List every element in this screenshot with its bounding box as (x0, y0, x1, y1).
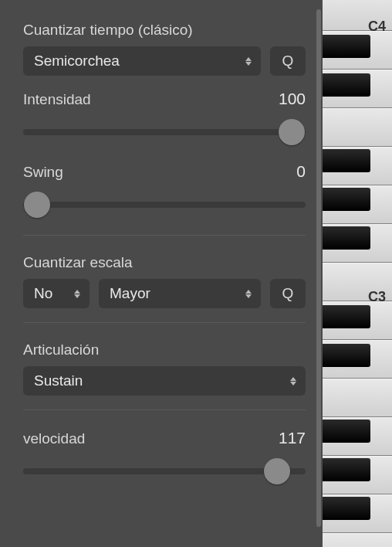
quantize-time-value: Semicorchea (34, 53, 120, 70)
black-key[interactable] (323, 149, 370, 172)
swing-slider[interactable] (23, 192, 306, 218)
swing-label: Swing (23, 164, 63, 181)
quantize-time-label: Cuantizar tiempo (clásico) (23, 22, 306, 39)
slider-track (23, 202, 306, 208)
piano-keyboard[interactable]: C4 C3 (323, 0, 392, 547)
intensity-label: Intensidad (23, 91, 91, 108)
quantize-scale-row: No Mayor Q (23, 279, 306, 308)
velocity-slider[interactable] (23, 458, 306, 484)
white-key[interactable] (323, 533, 392, 547)
velocity-label: velocidad (23, 430, 85, 447)
black-key[interactable] (323, 344, 370, 367)
intensity-slider[interactable] (23, 119, 306, 145)
velocity-value: 117 (279, 429, 306, 447)
articulation-value: Sustain (34, 372, 83, 389)
chevron-up-down-icon (74, 287, 82, 300)
black-key[interactable] (323, 35, 370, 58)
white-key[interactable] (323, 379, 392, 417)
black-key[interactable] (323, 420, 370, 443)
black-key[interactable] (323, 305, 370, 328)
quantize-scale-q-button[interactable]: Q (270, 279, 306, 308)
intensity-value: 100 (279, 90, 306, 108)
quantize-time-q-button[interactable]: Q (270, 46, 306, 76)
quantize-time-select[interactable]: Semicorchea (23, 46, 261, 76)
articulation-select[interactable]: Sustain (23, 366, 306, 396)
white-key[interactable] (323, 108, 392, 147)
slider-thumb[interactable] (264, 458, 290, 484)
black-key[interactable] (323, 497, 370, 520)
slider-thumb[interactable] (279, 119, 305, 145)
divider (23, 322, 306, 323)
octave-label-c3: C3 (368, 289, 386, 305)
velocity-header: velocidad 117 (23, 429, 306, 447)
quantize-time-row: Semicorchea Q (23, 46, 306, 76)
quantize-scale-enabled-select[interactable]: No (23, 279, 90, 308)
intensity-header: Intensidad 100 (23, 90, 306, 108)
scrollbar[interactable] (316, 9, 321, 527)
slider-thumb[interactable] (24, 192, 50, 218)
swing-header: Swing 0 (23, 162, 306, 181)
quantize-scale-mode-value: Mayor (110, 285, 150, 302)
chevron-up-down-icon (245, 55, 253, 67)
chevron-up-down-icon (245, 287, 253, 300)
quantize-scale-label: Cuantizar escala (23, 254, 306, 271)
octave-label-c4: C4 (368, 19, 386, 35)
black-key[interactable] (323, 73, 370, 97)
chevron-up-down-icon (290, 375, 298, 387)
swing-value: 0 (296, 162, 306, 181)
articulation-row: Sustain (23, 366, 306, 396)
quantize-scale-mode-select[interactable]: Mayor (99, 279, 261, 308)
black-key[interactable] (323, 226, 370, 250)
articulation-label: Articulación (23, 341, 306, 358)
black-key[interactable] (323, 188, 370, 211)
divider (23, 409, 306, 410)
black-key[interactable] (323, 458, 370, 481)
inspector-panel: Cuantizar tiempo (clásico) Semicorchea Q… (0, 0, 323, 547)
quantize-scale-enabled-value: No (34, 285, 52, 302)
slider-track (23, 129, 306, 135)
divider (23, 235, 306, 236)
slider-track (23, 468, 306, 474)
